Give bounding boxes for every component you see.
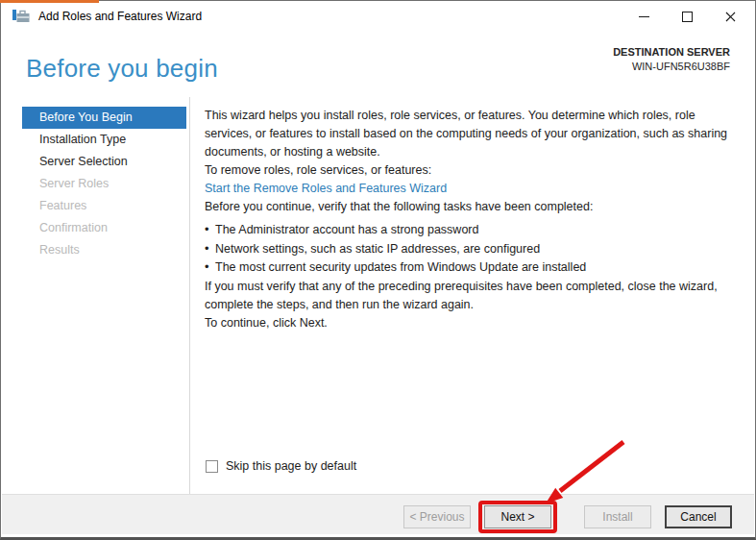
destination-server-block: DESTINATION SERVER WIN-UFN5R6U38BF bbox=[613, 45, 730, 74]
sidebar-item-before-you-begin[interactable]: Before You Begin bbox=[22, 107, 186, 129]
sidebar-item-features: Features bbox=[22, 195, 186, 217]
app-icon bbox=[12, 9, 30, 24]
wizard-window: Add Roles and Features Wizard Before you… bbox=[0, 0, 756, 540]
sidebar-item-installation-type[interactable]: Installation Type bbox=[22, 129, 186, 151]
prerequisite-list: The Administrator account has a strong p… bbox=[205, 221, 743, 278]
install-button: Install bbox=[584, 505, 651, 528]
destination-server-label: DESTINATION SERVER bbox=[613, 45, 730, 60]
previous-button: < Previous bbox=[403, 505, 471, 528]
minimize-icon bbox=[639, 16, 649, 17]
remove-wizard-link[interactable]: Start the Remove Roles and Features Wiza… bbox=[205, 182, 447, 195]
continue-text: To continue, click Next. bbox=[205, 314, 743, 332]
wizard-header: Before you begin DESTINATION SERVER WIN-… bbox=[2, 31, 754, 96]
titlebar: Add Roles and Features Wizard bbox=[2, 2, 754, 31]
top-edge-artifact bbox=[0, 0, 99, 3]
close-button[interactable] bbox=[709, 2, 752, 31]
remove-heading: To remove roles, role services, or featu… bbox=[205, 161, 743, 180]
destination-server-name: WIN-UFN5R6U38BF bbox=[613, 60, 730, 74]
skip-page-label[interactable]: Skip this page by default bbox=[226, 459, 356, 473]
cancel-button[interactable]: Cancel bbox=[665, 505, 732, 528]
prerequisite-item: Network settings, such as static IP addr… bbox=[205, 240, 743, 259]
wizard-steps-sidebar: Before You Begin Installation Type Serve… bbox=[22, 107, 186, 261]
prerequisite-item: The most current security updates from W… bbox=[205, 258, 743, 278]
skip-page-row[interactable]: Skip this page by default bbox=[206, 459, 356, 473]
close-icon bbox=[725, 12, 736, 22]
note-text: If you must verify that any of the prece… bbox=[205, 278, 743, 314]
prerequisite-item: The Administrator account has a strong p… bbox=[205, 221, 743, 240]
sidebar-item-server-selection[interactable]: Server Selection bbox=[22, 151, 186, 173]
sidebar-item-results: Results bbox=[22, 239, 186, 261]
intro-text: This wizard helps you install roles, rol… bbox=[205, 107, 743, 161]
sidebar-separator bbox=[189, 97, 190, 496]
maximize-icon bbox=[682, 12, 693, 22]
next-button[interactable]: Next > bbox=[484, 505, 551, 528]
wizard-footer: < Previous Next > Install Cancel bbox=[2, 494, 754, 534]
window-title: Add Roles and Features Wizard bbox=[38, 10, 202, 23]
sidebar-item-confirmation: Confirmation bbox=[22, 217, 186, 239]
page-title: Before you begin bbox=[26, 54, 218, 84]
maximize-button[interactable] bbox=[666, 2, 709, 31]
minimize-button[interactable] bbox=[622, 2, 666, 31]
skip-page-checkbox[interactable] bbox=[206, 460, 218, 473]
verify-heading: Before you continue, verify that the fol… bbox=[205, 198, 743, 216]
sidebar-item-server-roles: Server Roles bbox=[22, 173, 186, 195]
wizard-content: This wizard helps you install roles, rol… bbox=[205, 107, 743, 332]
